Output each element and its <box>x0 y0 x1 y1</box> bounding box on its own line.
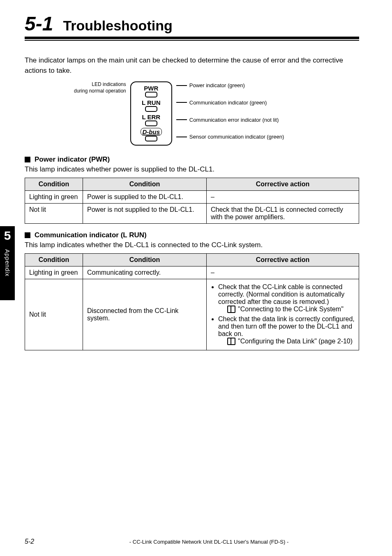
cell: Not lit <box>25 279 83 350</box>
callout-lerr: Communication error indicator (not lit) <box>189 117 279 123</box>
led-icon <box>145 136 157 141</box>
book-icon <box>227 306 235 313</box>
diagram-label-lrun: L RUN <box>142 99 161 106</box>
lead-line-icon <box>176 137 187 137</box>
diagram-label-dbus: D-bus <box>141 128 162 136</box>
section-heading-pwr-text: Power indicator (PWR) <box>35 155 110 164</box>
cell: – <box>207 191 359 204</box>
chapter-header: 5-1 Troubleshooting <box>25 12 359 35</box>
side-tab-label: Appendix <box>4 249 11 276</box>
section-heading-pwr: Power indicator (PWR) <box>25 155 359 164</box>
led-icon <box>145 92 157 97</box>
th-condition: Condition <box>25 178 83 191</box>
chapter-number: 5-1 <box>25 12 53 35</box>
cell: – <box>207 266 359 279</box>
cell: Lighting in green <box>25 191 83 204</box>
callout-pwr: Power indicator (green) <box>189 82 245 88</box>
table-pwr: Condition Condition Corrective action Li… <box>25 178 359 224</box>
table-lrun: Condition Condition Corrective action Li… <box>25 253 359 350</box>
bullet-text: Check that the CC-Link cable is connecte… <box>218 283 344 305</box>
th-condition: Condition <box>25 254 83 266</box>
lead-line-icon <box>176 85 187 86</box>
cell: Check that the CC-Link cable is connecte… <box>207 279 359 350</box>
section-heading-lrun-text: Communication indicator (L RUN) <box>35 231 147 239</box>
reference-text: "Configuring the Data Link" (page 2-10) <box>238 338 353 345</box>
cell: Power is not supplied to the DL-CL1. <box>83 204 207 224</box>
callout-dbus: Sensor communication indicator (green) <box>189 134 284 140</box>
divider-thick <box>25 37 359 39</box>
diagram-callouts: Power indicator (green) Communication in… <box>176 81 284 140</box>
diagram-label-lerr: L ERR <box>142 114 160 120</box>
diagram-left-line1: LED indications <box>74 81 126 88</box>
section-heading-lrun: Communication indicator (L RUN) <box>25 231 359 239</box>
book-icon <box>227 338 235 345</box>
table-row: Lighting in green Communicating correctl… <box>25 266 359 279</box>
section-sub-pwr: This lamp indicates whether power is sup… <box>25 165 359 174</box>
lead-line-icon <box>176 119 187 120</box>
th-corrective: Corrective action <box>207 254 359 266</box>
reference-text: "Connecting to the CC-Link System" <box>238 306 344 313</box>
divider-thin <box>25 40 359 41</box>
led-icon <box>145 106 157 112</box>
cell: Not lit <box>25 204 83 224</box>
side-tab: 5 Appendix <box>0 226 15 300</box>
th-condition-2: Condition <box>83 178 207 191</box>
diagram-badge-box: PWR L RUN L ERR D-bus <box>130 81 172 146</box>
intro-text: The indicator lamps on the main unit can… <box>25 56 359 76</box>
cell: Power is supplied to the DL-CL1. <box>83 191 207 204</box>
bullet-text: Check that the data link is correctly co… <box>218 315 355 337</box>
table-row: Not lit Power is not supplied to the DL-… <box>25 204 359 224</box>
footer-text: - CC-Link Compatible Network Unit DL-CL1… <box>59 539 359 545</box>
led-diagram: LED indications during normal operation … <box>74 81 359 146</box>
table-row: Lighting in green Power is supplied to t… <box>25 191 359 204</box>
th-corrective: Corrective action <box>207 178 359 191</box>
chapter-title: Troubleshooting <box>63 18 172 34</box>
callout-lrun: Communication indicator (green) <box>189 100 267 106</box>
diagram-left-caption: LED indications during normal operation <box>74 81 126 94</box>
cell: Disconnected from the CC-Link system. <box>83 279 207 350</box>
cell: Communicating correctly. <box>83 266 207 279</box>
bullet-item: Check that the CC-Link cable is connecte… <box>218 283 355 313</box>
diagram-label-pwr: PWR <box>144 85 158 92</box>
th-condition-2: Condition <box>83 254 207 266</box>
cell: Lighting in green <box>25 266 83 279</box>
side-tab-chapter: 5 <box>4 229 11 243</box>
footer: 5-2 - CC-Link Compatible Network Unit DL… <box>25 538 359 545</box>
section-sub-lrun: This lamp indicates whether the DL-CL1 i… <box>25 241 359 249</box>
led-icon <box>145 120 157 126</box>
bullet-item: Check that the data link is correctly co… <box>218 315 355 345</box>
footer-page-number: 5-2 <box>25 538 34 545</box>
diagram-left-line2: during normal operation <box>74 88 126 95</box>
cell: Check that the DL-CL1 is connected corre… <box>207 204 359 224</box>
lead-line-icon <box>176 102 187 103</box>
table-row: Not lit Disconnected from the CC-Link sy… <box>25 279 359 350</box>
